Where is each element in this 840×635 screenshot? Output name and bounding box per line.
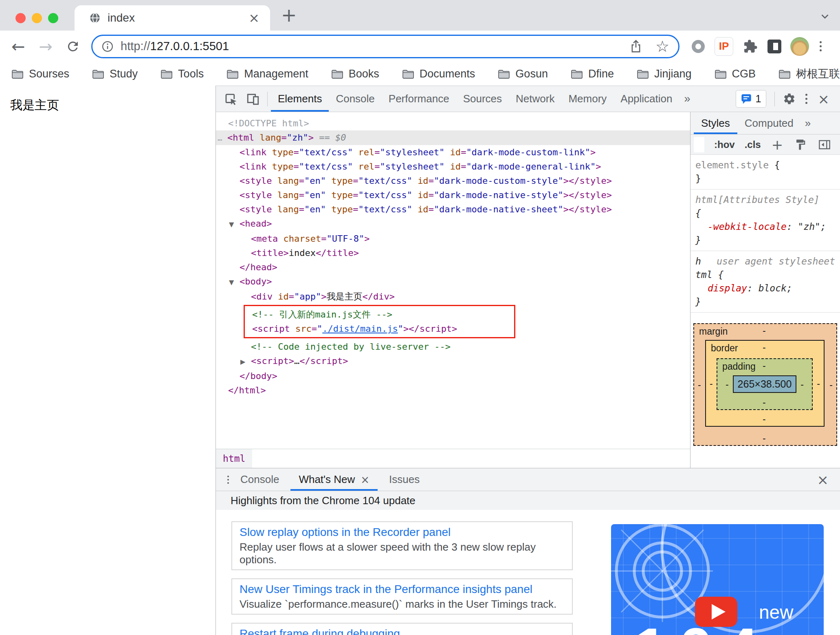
breadcrumb-html[interactable]: html — [216, 449, 252, 468]
new-tab-button[interactable]: + — [281, 4, 297, 26]
devtools-more-tabs-chevron[interactable]: » — [679, 93, 695, 105]
reload-button[interactable] — [66, 39, 80, 54]
devtools-tab-performance[interactable]: Performance — [382, 86, 456, 112]
bookmark-folder[interactable]: Books — [331, 66, 379, 81]
browser-tab[interactable]: index × — [75, 5, 270, 31]
bookmark-folder[interactable]: Management — [226, 66, 308, 81]
tab-close-icon[interactable]: × — [248, 11, 259, 24]
drawer-tab-console[interactable]: Console — [232, 468, 287, 491]
drawer-tab-issues[interactable]: Issues — [381, 468, 428, 491]
devtools-settings-gear-icon[interactable] — [783, 93, 796, 105]
expand-arrow-icon[interactable]: ▼ — [229, 217, 240, 232]
sidebar-toggle-icon[interactable] — [818, 138, 831, 151]
profile-avatar[interactable] — [790, 37, 809, 56]
back-button[interactable]: ← — [11, 37, 25, 56]
inspect-element-icon[interactable] — [224, 92, 238, 106]
whats-new-link[interactable]: Slow replay options in the Recorder pane… — [240, 525, 565, 539]
bookmark-folder[interactable]: Gosun — [498, 66, 548, 81]
dom-tree-line[interactable]: </html> — [216, 383, 690, 397]
rule-user-agent[interactable]: user agent stylesheeth tml { display: bl… — [690, 251, 840, 313]
close-window-button[interactable] — [15, 13, 26, 23]
drawer-close-icon[interactable]: × — [817, 473, 829, 487]
expand-arrow-icon[interactable]: ▼ — [229, 275, 240, 289]
css-value[interactable]: block; — [759, 283, 792, 293]
devtools-tab-sources[interactable]: Sources — [456, 86, 509, 112]
url-text[interactable]: http://127.0.0.1:5501 — [121, 40, 229, 53]
bookmark-star-icon[interactable]: ☆ — [655, 39, 669, 54]
expand-arrow-icon[interactable]: ▶ — [240, 355, 251, 369]
whats-new-link[interactable]: New User Timings track in the Performanc… — [240, 582, 565, 596]
devtools-close-icon[interactable]: × — [818, 92, 830, 106]
dom-tree-line[interactable]: <style lang="en" type="text/css" id="dar… — [216, 202, 690, 216]
bookmark-folder[interactable]: Study — [92, 66, 138, 81]
release-video-thumbnail[interactable]: new 104 — [611, 524, 824, 635]
split-screen-extension-icon[interactable] — [767, 40, 781, 53]
tab-styles[interactable]: Styles — [694, 112, 737, 134]
dom-tree-line[interactable]: </head> — [216, 260, 690, 274]
dom-tree-line[interactable]: …<html lang="zh"> == $0 — [216, 130, 690, 145]
dom-tree-line[interactable]: </body> — [216, 369, 690, 383]
ip-extension-icon[interactable]: IP — [715, 37, 733, 56]
bookmark-folder[interactable]: Jinjiang — [637, 66, 692, 81]
bookmark-folder[interactable]: Documents — [402, 66, 475, 81]
bookmark-folder[interactable]: Tools — [161, 66, 204, 81]
drawer-menu-icon[interactable] — [227, 476, 229, 484]
dom-tree-line[interactable]: <style lang="en" type="text/css" id="dar… — [216, 174, 690, 188]
devtools-tab-console[interactable]: Console — [329, 86, 381, 112]
rule-attributes-style[interactable]: html[Attributes Style] { -webkit-locale:… — [690, 190, 840, 251]
minimize-window-button[interactable] — [32, 13, 42, 23]
close-whats-new-icon[interactable]: × — [361, 474, 369, 486]
bookmark-folder[interactable]: Dfine — [571, 66, 614, 81]
toggle-class-button[interactable]: .cls — [745, 139, 761, 150]
maximize-window-button[interactable] — [48, 13, 58, 23]
issues-comment-badge[interactable]: 1 — [736, 90, 766, 108]
devtools-tab-network[interactable]: Network — [509, 86, 561, 112]
sidebar-more-tabs-chevron[interactable]: » — [801, 112, 815, 134]
dom-tree-line[interactable]: <!-- Code injected by live-server --> — [216, 340, 690, 354]
dom-tree-line[interactable]: <title>index</title> — [216, 246, 690, 260]
extensions-puzzle-icon[interactable] — [743, 39, 758, 54]
browser-menu-icon[interactable] — [820, 41, 822, 51]
devtools-menu-icon[interactable] — [805, 94, 807, 104]
dom-tree-line[interactable]: <!DOCTYPE html> — [216, 116, 690, 130]
bookmark-folder[interactable]: CGB — [715, 66, 756, 81]
box-model-content[interactable]: 265×38.500 — [733, 375, 796, 393]
dom-tree-line[interactable]: ▶<script>…</script> — [216, 354, 690, 369]
dom-tree-line[interactable]: <style lang="en" type="text/css" id="dar… — [216, 188, 690, 202]
tab-computed[interactable]: Computed — [737, 112, 801, 134]
bookmark-folder[interactable]: 树根互联 — [778, 66, 840, 81]
forward-button[interactable]: → — [39, 37, 53, 56]
dom-tree-line[interactable]: <link type="text/css" rel="stylesheet" i… — [216, 145, 690, 159]
whats-new-link[interactable]: Restart frame during debugging — [240, 627, 565, 635]
bookmark-folder[interactable]: Sourses — [11, 66, 69, 81]
device-toolbar-icon[interactable] — [246, 92, 260, 106]
rule-element-style[interactable]: element.style { } — [690, 155, 840, 190]
styles-filter-input[interactable] — [694, 137, 704, 152]
css-value[interactable]: "zh"; — [798, 221, 826, 232]
paintbrush-icon[interactable] — [794, 139, 807, 151]
css-property[interactable]: display — [708, 283, 747, 293]
dom-tree-line[interactable]: ▼<head> — [216, 216, 690, 232]
site-info-icon[interactable] — [101, 40, 114, 53]
record-extension-icon[interactable] — [692, 40, 705, 53]
toggle-hover-button[interactable]: :hov — [714, 139, 735, 150]
devtools-tab-application[interactable]: Application — [614, 86, 679, 112]
dom-tree-line[interactable]: <div id="app">我是主页</div> — [216, 289, 690, 304]
url-bar[interactable]: http://127.0.0.1:5501 ☆ — [91, 35, 679, 58]
css-property[interactable]: -webkit-locale — [708, 221, 787, 232]
new-style-rule-button[interactable]: + — [772, 137, 783, 153]
devtools-tab-memory[interactable]: Memory — [561, 86, 614, 112]
elements-panel: <!DOCTYPE html>…<html lang="zh"> == $0<l… — [216, 112, 690, 468]
devtools-tab-elements[interactable]: Elements — [271, 86, 329, 112]
dom-tree-line[interactable]: <script src="./dist/main.js"></script> — [252, 322, 457, 336]
dom-tree-line[interactable]: <meta charset="UTF-8"> — [216, 232, 690, 246]
box-model-border[interactable]: border - - - - padding - - - - 265×38. — [705, 340, 825, 427]
dom-tree-line[interactable]: ▼<body> — [216, 274, 690, 289]
tab-search-chevron-icon[interactable] — [819, 10, 831, 22]
box-model-margin[interactable]: margin - - - - border - - - - padding - — [693, 323, 837, 446]
dom-tree-line[interactable]: <link type="text/css" rel="stylesheet" i… — [216, 159, 690, 174]
drawer-tab-whats-new[interactable]: What's New × — [290, 468, 378, 491]
dom-tree-line[interactable]: <!-- 引入新的main.js文件 --> — [252, 307, 457, 322]
share-icon[interactable] — [629, 40, 642, 53]
box-model-padding[interactable]: padding - - - - 265×38.500 — [717, 358, 813, 410]
